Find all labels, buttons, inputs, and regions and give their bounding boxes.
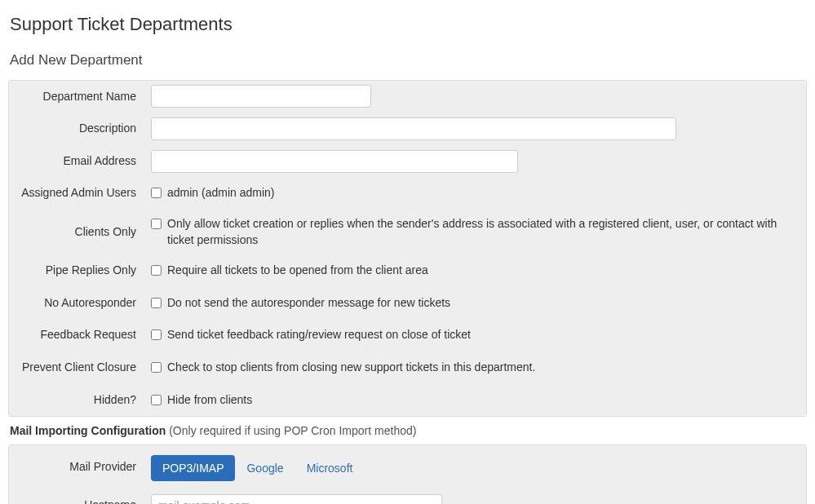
clients-only-checkbox[interactable] — [151, 219, 162, 229]
assigned-admin-checkbox[interactable] — [151, 188, 162, 198]
label-hidden: Hidden? — [9, 384, 144, 417]
hostname-input[interactable] — [151, 494, 442, 504]
mail-provider-tabs: POP3/IMAP Google Microsoft — [151, 455, 364, 481]
mail-config-title: Mail Importing Configuration — [10, 424, 166, 437]
feedback-request-checkbox[interactable] — [151, 329, 162, 340]
prevent-closure-desc: Check to stop clients from closing new s… — [167, 360, 535, 376]
pipe-replies-desc: Require all tickets to be opened from th… — [167, 263, 428, 279]
clients-only-desc: Only allow ticket creation or replies wh… — [167, 216, 799, 248]
label-department-name: Department Name — [9, 81, 144, 113]
tab-pop3-imap[interactable]: POP3/IMAP — [151, 455, 235, 481]
hidden-desc: Hide from clients — [167, 392, 252, 409]
department-name-input[interactable] — [151, 85, 371, 108]
label-prevent-closure: Prevent Client Closure — [9, 351, 144, 384]
no-autoresponder-desc: Do not send the autoresponder message fo… — [167, 295, 450, 312]
assigned-admin-option: admin (admin admin) — [167, 185, 275, 201]
section-title: Add New Department — [10, 51, 807, 70]
tab-google[interactable]: Google — [235, 455, 295, 481]
label-email-address: Email Address — [9, 145, 144, 178]
department-form-panel: Department Name Description Email Addres… — [8, 80, 807, 418]
tab-microsoft[interactable]: Microsoft — [295, 455, 365, 481]
label-mail-provider: Mail Provider — [9, 445, 144, 489]
mail-config-panel: Mail Provider POP3/IMAP Google Microsoft… — [8, 444, 807, 504]
hidden-checkbox[interactable] — [151, 395, 162, 405]
pipe-replies-checkbox[interactable] — [151, 265, 162, 276]
label-no-autoresponder: No Autoresponder — [9, 287, 144, 320]
label-feedback-request: Feedback Request — [9, 319, 144, 351]
label-clients-only: Clients Only — [9, 210, 144, 254]
prevent-closure-checkbox[interactable] — [151, 362, 162, 373]
label-hostname: Hostname — [9, 489, 144, 504]
mail-config-sub: (Only required if using POP Cron Import … — [169, 424, 416, 437]
description-input[interactable] — [151, 117, 676, 140]
no-autoresponder-checkbox[interactable] — [151, 298, 162, 308]
page-title: Support Ticket Departments — [10, 12, 807, 38]
label-description: Description — [9, 113, 144, 145]
mail-config-heading: Mail Importing Configuration (Only requi… — [10, 423, 807, 440]
email-address-input[interactable] — [151, 150, 518, 173]
feedback-request-desc: Send ticket feedback rating/review reque… — [167, 327, 471, 343]
label-pipe-replies: Pipe Replies Only — [9, 254, 144, 287]
label-assigned-admins: Assigned Admin Users — [9, 177, 144, 210]
